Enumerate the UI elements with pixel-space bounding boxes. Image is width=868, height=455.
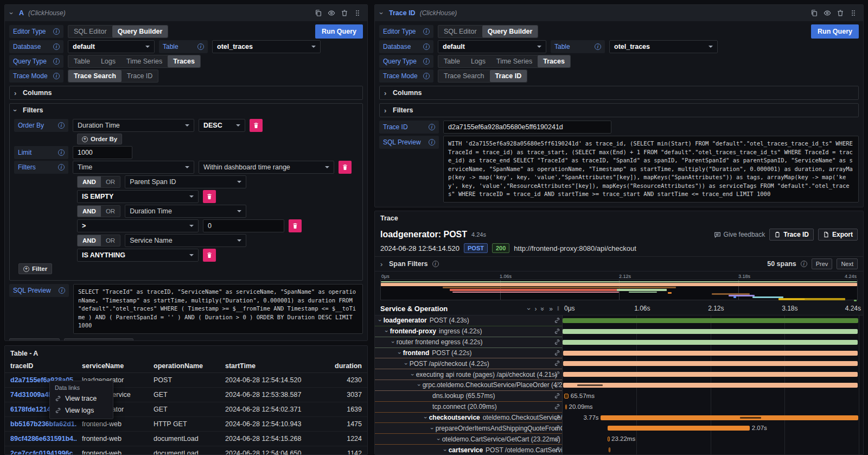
table-select[interactable]: otel_traces [609, 40, 718, 53]
span-name[interactable]: dns.lookup (65.57ms) [375, 391, 562, 402]
eye-icon[interactable] [327, 9, 336, 17]
filter-field-select[interactable]: Parent Span ID [125, 175, 246, 188]
or-option[interactable]: OR [101, 176, 120, 187]
trace-search-option[interactable]: Trace Search [68, 70, 122, 82]
filter-field-select[interactable]: Service Name [125, 234, 246, 247]
collapse-icon[interactable] [10, 9, 15, 17]
database-select[interactable]: default [438, 40, 546, 53]
give-feedback-link[interactable]: Give feedback [714, 231, 765, 238]
span-name[interactable]: frontendPOST (4.22s) [375, 348, 562, 359]
or-option[interactable]: OR [101, 235, 120, 246]
span-bar[interactable] [608, 426, 750, 431]
filter-value-input[interactable]: 0 [203, 219, 284, 232]
filter-field-select[interactable]: Duration Time [125, 205, 246, 218]
span-bar[interactable] [563, 383, 858, 388]
span-link-icon[interactable] [554, 435, 560, 444]
run-query-button[interactable]: Run Query [315, 24, 363, 39]
span-name[interactable]: prepareOrderItemsAndShippingQuoteFromCar… [375, 423, 562, 434]
span-name[interactable]: oteldemo.CartService/GetCart (23.22ms) [375, 434, 562, 445]
add-filter-button[interactable]: Filter [18, 263, 52, 274]
span-bar-area[interactable]: 2.07s [562, 423, 863, 434]
add-query-button[interactable]: Add query [379, 207, 430, 208]
trash-icon[interactable] [836, 9, 845, 17]
remove-filter-button[interactable] [289, 219, 302, 232]
span-bar[interactable] [563, 372, 858, 377]
view-trace-link[interactable]: View trace [50, 393, 113, 405]
span-link-icon[interactable] [554, 425, 560, 433]
trace-id-input[interactable]: d2a7155ef6a928a05680e5ff6190241d [443, 121, 611, 134]
span-link-icon[interactable] [554, 382, 560, 390]
span-link-icon[interactable] [554, 317, 560, 325]
span-bar-area[interactable]: 23.22ms [562, 434, 863, 445]
span-name[interactable]: frontend-proxyingress (4.22s) [375, 326, 562, 337]
add-query-button[interactable]: Add query [9, 338, 60, 342]
span-name[interactable]: cartservicePOST /oteldemo.CartService/Ge… [375, 445, 562, 455]
run-query-button[interactable]: Run Query [811, 24, 859, 39]
remove-order-by-button[interactable] [250, 119, 263, 132]
drag-handle-icon[interactable] [353, 9, 362, 17]
columns-toggle[interactable]: Columns [10, 86, 362, 99]
span-name[interactable]: loadgeneratorPOST (4.23s) [375, 315, 562, 326]
collapse-all-icon[interactable]: » [539, 307, 547, 311]
filter-operator-select[interactable]: Within dashboard time range [199, 161, 334, 174]
col-operationName[interactable]: operationName [148, 359, 220, 373]
collapse-icon[interactable] [380, 9, 385, 17]
query-type-logs[interactable]: Logs [465, 55, 491, 67]
filter-operator-select[interactable]: IS EMPTY [77, 190, 199, 203]
span-bar-area[interactable] [562, 380, 863, 391]
span-bar-area[interactable] [562, 445, 863, 455]
prev-button[interactable]: Prev [812, 258, 833, 269]
panel-b-header[interactable]: Trace ID (ClickHouse) [375, 5, 863, 21]
span-name[interactable]: POST /api/checkout (4.22s) [375, 358, 562, 369]
expand-all-icon[interactable]: » [549, 305, 553, 313]
and-option[interactable]: AND [78, 176, 101, 187]
query-inspector-button[interactable]: Query inspector [64, 338, 133, 342]
span-name[interactable]: tcp.connect (20.09ms) [375, 402, 562, 413]
query-builder-option[interactable]: Query Builder [112, 26, 168, 37]
span-name[interactable]: checkoutserviceoteldemo.CheckoutService/… [375, 413, 562, 424]
span-link-icon[interactable] [554, 360, 560, 368]
trace-id-option[interactable]: Trace ID [490, 70, 527, 82]
span-link-icon[interactable] [554, 393, 560, 401]
span-bar-area[interactable] [562, 358, 863, 369]
span-bar[interactable] [564, 394, 569, 399]
span-bar[interactable] [609, 447, 610, 452]
filters-toggle[interactable]: Filters [10, 104, 362, 117]
span-bar[interactable] [563, 340, 858, 345]
next-button[interactable]: Next [837, 258, 858, 269]
col-startTime[interactable]: startTime [220, 359, 323, 373]
and-option[interactable]: AND [78, 235, 101, 246]
span-link-icon[interactable] [554, 328, 560, 336]
trace-id-option[interactable]: Trace ID [122, 70, 158, 82]
span-bar[interactable] [565, 405, 567, 409]
span-link-icon[interactable] [554, 339, 560, 347]
span-bar-area[interactable] [562, 369, 863, 380]
export-button[interactable]: Export [818, 229, 858, 241]
span-bar[interactable] [563, 329, 858, 334]
span-bar[interactable] [601, 415, 858, 420]
query-builder-option[interactable]: Query Builder [482, 26, 538, 37]
expand-one-icon[interactable]: › [534, 305, 537, 313]
order-by-direction-select[interactable]: DESC [199, 119, 245, 132]
filter-field-select[interactable]: Time [73, 161, 194, 174]
span-link-icon[interactable] [554, 446, 560, 454]
span-bar-area[interactable] [562, 315, 863, 326]
span-bar[interactable] [563, 361, 858, 366]
filter-operator-select[interactable]: > [77, 219, 199, 232]
span-bar[interactable] [608, 437, 609, 441]
chevron-right-icon[interactable] [380, 260, 385, 268]
trace-id-button[interactable]: Trace ID [769, 229, 814, 241]
query-type-timeseries[interactable]: Time Series [491, 55, 538, 67]
span-link-icon[interactable] [554, 371, 560, 379]
span-bar-area[interactable] [562, 337, 863, 348]
col-duration[interactable]: duration [323, 359, 367, 373]
remove-filter-button[interactable] [339, 161, 352, 174]
drag-handle-icon[interactable] [849, 9, 858, 17]
filters-toggle[interactable]: Filters [380, 104, 858, 117]
trash-icon[interactable] [340, 9, 349, 17]
span-bar[interactable] [563, 351, 858, 356]
span-link-icon[interactable] [554, 350, 560, 358]
sql-preview-code[interactable]: WITH 'd2a7155ef6a928a05680e5ff6190241d' … [443, 136, 859, 203]
span-bar-area[interactable]: 3.77s [562, 413, 863, 424]
sql-editor-option[interactable]: SQL Editor [438, 26, 482, 37]
